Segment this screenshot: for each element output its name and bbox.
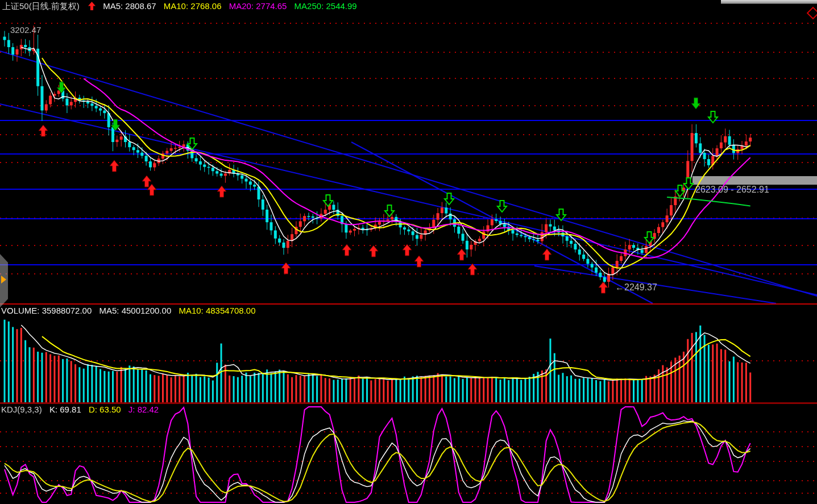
expand-right-triangle-icon xyxy=(1,276,6,284)
kdj-d-readout: D: 63.50 xyxy=(89,405,121,414)
sidebar-expander-handle[interactable] xyxy=(0,254,8,307)
trough-price-label: ←2249.37 xyxy=(615,282,657,293)
kdj-params-label: KDJ(9,3,3) xyxy=(1,405,42,414)
scrollbar-thumb-fragment[interactable] xyxy=(721,0,817,4)
kdj-pane-header: KDJ(9,3,3) K: 69.81 D: 63.50 J: 82.42 xyxy=(1,405,164,414)
red-up-arrow-icon xyxy=(88,2,96,12)
ma10-readout: MA10: 2768.06 xyxy=(164,1,222,11)
kdj-k-readout: K: 69.81 xyxy=(49,405,81,414)
instrument-title: 上证50(日线.前复权) xyxy=(2,1,80,11)
peak-price-label: 3202.47 xyxy=(10,25,41,35)
trading-terminal-screen: 上证50(日线.前复权) MA5: 2808.67 MA10: 2768.06 … xyxy=(0,0,817,504)
volume-readout: VOLUME: 35988072.00 xyxy=(1,306,92,315)
chart-canvas[interactable] xyxy=(0,0,817,504)
price-band-label: 2623.09 - 2652.91 xyxy=(695,185,769,195)
ma5-readout: MA5: 2808.67 xyxy=(103,1,156,11)
volume-pane-header: VOLUME: 35988072.00 MA5: 45001200.00 MA1… xyxy=(1,306,261,315)
ma20-readout: MA20: 2774.65 xyxy=(229,1,287,11)
volume-ma10-readout: MA10: 48354708.00 xyxy=(179,306,255,315)
main-pane-header: 上证50(日线.前复权) MA5: 2808.67 MA10: 2768.06 … xyxy=(2,1,362,12)
ma250-readout: MA250: 2544.99 xyxy=(295,1,357,11)
volume-ma5-readout: MA5: 45001200.00 xyxy=(99,306,171,315)
kdj-j-readout: J: 82.42 xyxy=(128,405,159,414)
